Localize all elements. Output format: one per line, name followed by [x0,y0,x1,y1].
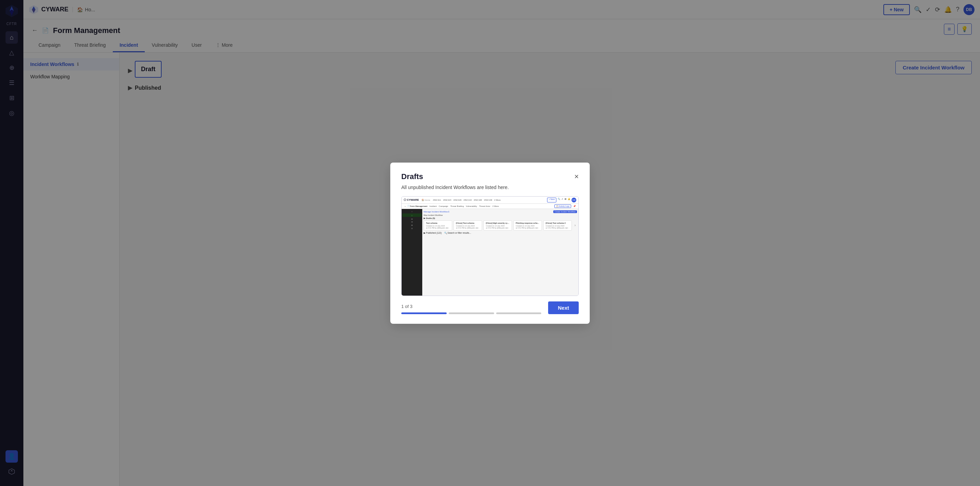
modal-description: All unpublished Incident Workflows are l… [401,184,579,190]
modal-title: Drafts [401,172,423,181]
modal-screenshot: ⬡ CYWARE 🏠 Home #INC311#INC324#INC326#IN… [401,196,579,296]
drafts-modal: Drafts × All unpublished Incident Workfl… [390,163,590,324]
modal-close-button[interactable]: × [574,173,579,181]
progress-bar-3 [496,313,542,314]
progress-bar-1 [401,313,447,314]
progress-text: 1 of 3 [401,304,541,309]
progress-section: 1 of 3 [401,304,541,314]
modal-header: Drafts × [401,172,579,181]
next-button[interactable]: Next [548,302,579,314]
modal-footer: 1 of 3 Next [401,302,579,314]
progress-bar-2 [449,313,494,314]
modal-overlay[interactable]: Drafts × All unpublished Incident Workfl… [0,0,980,486]
progress-bars [401,313,541,314]
